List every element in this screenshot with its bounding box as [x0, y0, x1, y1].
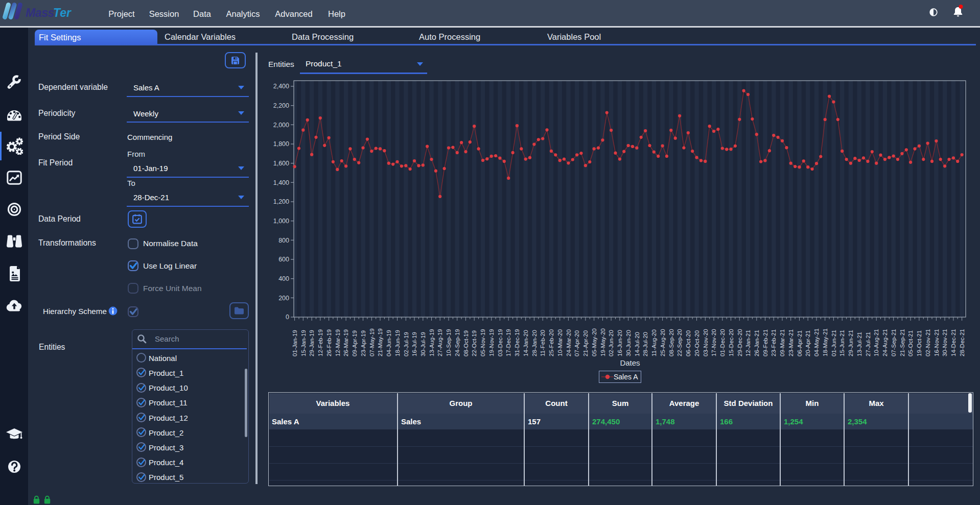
svg-text:15-Dec-20: 15-Dec-20	[728, 329, 734, 356]
svg-text:21-Apr-20: 21-Apr-20	[582, 330, 589, 356]
svg-text:19-May-20: 19-May-20	[600, 328, 606, 356]
svg-text:28-Jul-20: 28-Jul-20	[642, 332, 648, 356]
svg-text:07-Apr-20: 07-Apr-20	[574, 330, 580, 356]
svg-text:02-Jun-20: 02-Jun-20	[608, 330, 614, 356]
svg-text:22-Oct-19: 22-Oct-19	[471, 330, 477, 356]
svg-text:12-Mar-19: 12-Mar-19	[335, 329, 341, 356]
svg-text:11-Feb-20: 11-Feb-20	[540, 330, 546, 356]
svg-text:1,600: 1,600	[273, 160, 289, 167]
svg-text:04-Jun-19: 04-Jun-19	[386, 330, 392, 356]
svg-text:23-Apr-19: 23-Apr-19	[360, 330, 366, 356]
svg-text:16-Jul-19: 16-Jul-19	[411, 332, 417, 356]
svg-text:30-Jun-20: 30-Jun-20	[625, 330, 632, 356]
svg-text:Ter: Ter	[53, 6, 72, 19]
svg-text:09-Apr-19: 09-Apr-19	[352, 330, 358, 356]
svg-text:14-Jul-20: 14-Jul-20	[634, 332, 640, 356]
svg-text:10-Sep-19: 10-Sep-19	[446, 329, 452, 356]
svg-text:02-Nov-21: 02-Nov-21	[925, 329, 931, 356]
svg-text:05-Nov-19: 05-Nov-19	[480, 329, 486, 356]
svg-text:10-Mar-20: 10-Mar-20	[557, 329, 563, 356]
svg-text:27-Aug-19: 27-Aug-19	[437, 329, 443, 356]
svg-text:26-Jan-21: 26-Jan-21	[754, 330, 760, 356]
svg-text:12-Jan-21: 12-Jan-21	[745, 330, 751, 356]
svg-text:21-May-19: 21-May-19	[377, 328, 383, 356]
svg-text:04-May-21: 04-May-21	[813, 328, 820, 356]
svg-text:17-Dec-19: 17-Dec-19	[505, 329, 511, 356]
svg-text:1,200: 1,200	[273, 198, 289, 205]
svg-text:400: 400	[278, 275, 289, 282]
svg-text:12-Feb-19: 12-Feb-19	[317, 329, 323, 356]
svg-text:18-Jun-19: 18-Jun-19	[394, 330, 401, 356]
svg-text:21-Sep-21: 21-Sep-21	[899, 329, 905, 356]
svg-text:26-Feb-19: 26-Feb-19	[326, 329, 332, 356]
svg-text:02-Jul-19: 02-Jul-19	[403, 332, 409, 356]
svg-text:05-Oct-21: 05-Oct-21	[907, 330, 914, 356]
svg-text:13-Jul-21: 13-Jul-21	[856, 332, 862, 356]
svg-text:16-Nov-21: 16-Nov-21	[934, 329, 940, 356]
svg-text:2,400: 2,400	[273, 83, 289, 90]
svg-text:26-Mar-19: 26-Mar-19	[343, 329, 349, 356]
svg-text:24-Mar-20: 24-Mar-20	[566, 329, 572, 356]
svg-text:14-Dec-21: 14-Dec-21	[950, 329, 956, 356]
svg-text:08-Oct-19: 08-Oct-19	[463, 330, 469, 356]
svg-text:28-Jan-20: 28-Jan-20	[531, 330, 538, 356]
svg-text:10-Aug-21: 10-Aug-21	[873, 329, 879, 356]
svg-text:01-Jun-21: 01-Jun-21	[831, 330, 837, 356]
svg-text:1,800: 1,800	[273, 140, 289, 148]
svg-text:29-Jan-19: 29-Jan-19	[309, 330, 315, 356]
svg-text:13-Aug-19: 13-Aug-19	[429, 329, 435, 356]
svg-text:0: 0	[286, 314, 289, 321]
svg-text:06-Oct-20: 06-Oct-20	[685, 330, 691, 356]
svg-text:03-Dec-19: 03-Dec-19	[497, 329, 503, 356]
svg-text:25-Aug-20: 25-Aug-20	[660, 329, 666, 356]
svg-text:07-Sep-21: 07-Sep-21	[891, 329, 897, 356]
svg-text:22-Sep-20: 22-Sep-20	[676, 329, 683, 356]
svg-text:1,400: 1,400	[273, 179, 289, 186]
svg-text:07-May-19: 07-May-19	[369, 328, 375, 356]
svg-text:30-Jul-19: 30-Jul-19	[420, 332, 426, 356]
svg-text:11-Aug-20: 11-Aug-20	[651, 329, 657, 356]
svg-text:19-Nov-19: 19-Nov-19	[488, 329, 495, 356]
svg-text:01-Jan-19: 01-Jan-19	[292, 330, 298, 356]
svg-text:29-Jun-21: 29-Jun-21	[848, 330, 854, 356]
svg-text:600: 600	[278, 256, 289, 263]
svg-text:200: 200	[278, 295, 289, 302]
svg-text:20-Oct-20: 20-Oct-20	[694, 330, 700, 356]
svg-text:2,200: 2,200	[273, 102, 289, 109]
svg-text:27-Jul-21: 27-Jul-21	[865, 332, 871, 356]
svg-text:19-Oct-21: 19-Oct-21	[916, 330, 922, 356]
svg-text:20-Apr-21: 20-Apr-21	[805, 330, 811, 356]
svg-text:23-Mar-21: 23-Mar-21	[788, 329, 794, 356]
svg-text:29-Dec-20: 29-Dec-20	[737, 329, 743, 356]
svg-text:31-Dec-19: 31-Dec-19	[514, 329, 520, 356]
svg-text:01-Dec-20: 01-Dec-20	[719, 329, 726, 356]
svg-text:18-May-21: 18-May-21	[822, 328, 828, 356]
svg-text:24-Sep-19: 24-Sep-19	[454, 329, 460, 356]
svg-text:09-Mar-21: 09-Mar-21	[779, 329, 785, 356]
svg-text:15-Jan-19: 15-Jan-19	[300, 330, 307, 356]
svg-text:Mass: Mass	[26, 6, 54, 19]
svg-text:1,000: 1,000	[273, 218, 289, 225]
svg-text:800: 800	[278, 237, 289, 244]
svg-text:23-Feb-21: 23-Feb-21	[771, 329, 777, 356]
svg-text:25-Feb-20: 25-Feb-20	[548, 329, 554, 356]
svg-text:03-Nov-20: 03-Nov-20	[703, 329, 709, 356]
svg-text:16-Jun-20: 16-Jun-20	[617, 330, 623, 356]
svg-text:06-Apr-21: 06-Apr-21	[797, 330, 803, 356]
svg-text:14-Jan-20: 14-Jan-20	[523, 330, 529, 356]
svg-text:24-Aug-21: 24-Aug-21	[882, 329, 888, 356]
svg-text:09-Feb-21: 09-Feb-21	[762, 329, 768, 356]
svg-text:05-May-20: 05-May-20	[591, 328, 597, 356]
svg-text:28-Dec-21: 28-Dec-21	[959, 329, 965, 356]
svg-text:30-Nov-21: 30-Nov-21	[942, 329, 948, 356]
svg-text:08-Sep-20: 08-Sep-20	[668, 329, 674, 356]
svg-text:17-Nov-20: 17-Nov-20	[711, 329, 717, 356]
svg-text:2,000: 2,000	[273, 122, 289, 129]
svg-text:15-Jun-21: 15-Jun-21	[839, 330, 845, 356]
